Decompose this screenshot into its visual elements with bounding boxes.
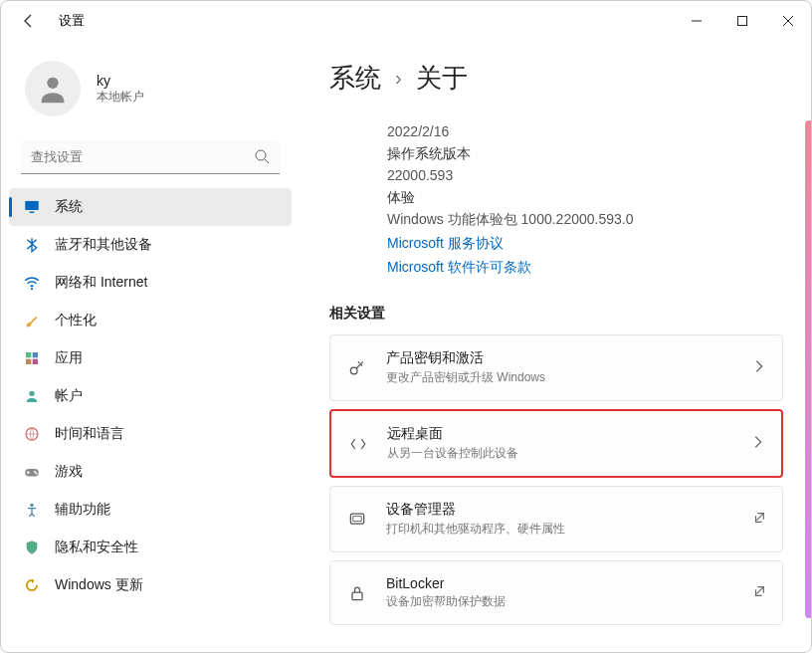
back-button[interactable] — [13, 5, 45, 37]
chevron-right-icon: › — [395, 67, 402, 90]
bluetooth-icon — [23, 236, 41, 254]
user-type: 本地帐户 — [97, 89, 144, 106]
breadcrumb-root[interactable]: 系统 — [329, 61, 381, 96]
svg-point-7 — [31, 288, 33, 290]
svg-point-12 — [29, 391, 34, 396]
nav-label: 蓝牙和其他设备 — [55, 236, 152, 254]
svg-rect-20 — [353, 516, 361, 521]
nav-item-display[interactable]: 系统 — [9, 188, 292, 226]
nav-list: 系统蓝牙和其他设备网络和 Internet个性化应用帐户时间和语言游戏辅助功能隐… — [1, 188, 300, 604]
minimize-button[interactable] — [674, 1, 719, 41]
service-agreement-link[interactable]: Microsoft 服务协议 — [387, 235, 783, 253]
nav-label: 辅助功能 — [55, 501, 110, 519]
card-title: 产品密钥和激活 — [386, 349, 734, 367]
svg-line-4 — [265, 159, 269, 163]
lock-icon — [346, 582, 368, 604]
nav-item-brush[interactable]: 个性化 — [9, 302, 292, 339]
search-input[interactable] — [21, 140, 280, 174]
user-name: ky — [97, 73, 144, 89]
card-subtitle: 从另一台设备控制此设备 — [387, 445, 733, 462]
chevron-right-icon — [751, 435, 765, 453]
svg-rect-5 — [25, 201, 39, 210]
nav-item-game[interactable]: 游戏 — [9, 453, 292, 491]
experience-value: Windows 功能体验包 1000.22000.593.0 — [387, 211, 783, 229]
main-content: 系统 › 关于 2022/2/16 操作系统版本 22000.593 体验 Wi… — [300, 41, 811, 652]
nav-item-access[interactable]: 辅助功能 — [9, 491, 292, 529]
key-icon — [346, 357, 368, 379]
card-subtitle: 打印机和其他驱动程序、硬件属性 — [386, 521, 734, 538]
svg-rect-6 — [30, 212, 35, 214]
card-subtitle: 更改产品密钥或升级 Windows — [386, 369, 734, 386]
card-subtitle: 设备加密帮助保护数据 — [386, 593, 734, 610]
nav-label: 时间和语言 — [55, 425, 124, 443]
related-heading: 相关设置 — [329, 305, 783, 323]
svg-rect-19 — [350, 514, 363, 524]
nav-label: 网络和 Internet — [55, 274, 147, 292]
nav-label: 系统 — [55, 198, 83, 216]
svg-rect-9 — [33, 352, 38, 357]
nav-item-update[interactable]: Windows 更新 — [9, 566, 292, 604]
card-devmgr[interactable]: 设备管理器打印机和其他驱动程序、硬件属性 — [329, 486, 783, 552]
os-version-value: 22000.593 — [387, 167, 783, 183]
card-title: 设备管理器 — [386, 501, 734, 519]
search-box[interactable] — [21, 140, 280, 174]
access-icon — [23, 501, 41, 519]
nav-item-globe[interactable]: 时间和语言 — [9, 415, 292, 453]
svg-point-15 — [34, 471, 36, 473]
svg-point-16 — [35, 472, 37, 474]
wifi-icon — [23, 274, 41, 292]
external-link-icon — [752, 511, 766, 529]
shield-icon — [23, 539, 41, 556]
svg-rect-1 — [738, 17, 747, 26]
display-icon — [23, 198, 41, 216]
nav-item-shield[interactable]: 隐私和安全性 — [9, 529, 292, 566]
apps-icon — [23, 349, 41, 367]
nav-item-apps[interactable]: 应用 — [9, 339, 292, 377]
devmgr-icon — [346, 509, 368, 531]
breadcrumb: 系统 › 关于 — [329, 61, 783, 96]
card-title: 远程桌面 — [387, 425, 733, 443]
nav-label: 个性化 — [55, 312, 97, 329]
brush-icon — [23, 312, 41, 329]
card-remote[interactable]: 远程桌面从另一台设备控制此设备 — [329, 409, 783, 478]
search-icon — [254, 148, 270, 168]
svg-point-18 — [350, 367, 357, 374]
card-title: BitLocker — [386, 575, 734, 591]
related-cards: 产品密钥和激活更改产品密钥或升级 Windows远程桌面从另一台设备控制此设备设… — [329, 334, 783, 625]
decorative-edge — [805, 120, 811, 618]
maximize-button[interactable] — [719, 1, 765, 41]
os-version-label: 操作系统版本 — [387, 145, 783, 163]
profile-block[interactable]: ky 本地帐户 — [1, 41, 300, 140]
nav-item-person[interactable]: 帐户 — [9, 377, 292, 415]
nav-item-wifi[interactable]: 网络和 Internet — [9, 264, 292, 302]
card-lock[interactable]: BitLocker设备加密帮助保护数据 — [329, 560, 783, 625]
remote-icon — [347, 433, 369, 455]
chevron-right-icon — [752, 359, 766, 377]
experience-label: 体验 — [387, 189, 783, 207]
svg-rect-10 — [26, 359, 31, 364]
window-title: 设置 — [59, 12, 85, 30]
close-button[interactable] — [765, 1, 811, 41]
install-date: 2022/2/16 — [387, 123, 783, 139]
spec-block: 2022/2/16 操作系统版本 22000.593 体验 Windows 功能… — [387, 123, 783, 277]
person-icon — [23, 387, 41, 405]
nav-item-bluetooth[interactable]: 蓝牙和其他设备 — [9, 226, 292, 264]
svg-rect-8 — [26, 352, 31, 357]
svg-point-3 — [256, 150, 266, 160]
nav-label: Windows 更新 — [55, 576, 143, 594]
external-link-icon — [752, 584, 766, 602]
game-icon — [23, 463, 41, 481]
legal-links: Microsoft 服务协议 Microsoft 软件许可条款 — [387, 235, 783, 277]
license-terms-link[interactable]: Microsoft 软件许可条款 — [387, 259, 783, 277]
nav-label: 游戏 — [55, 463, 83, 481]
svg-point-17 — [30, 504, 33, 507]
nav-label: 应用 — [55, 349, 83, 367]
update-icon — [23, 576, 41, 594]
svg-rect-21 — [352, 592, 362, 600]
card-key[interactable]: 产品密钥和激活更改产品密钥或升级 Windows — [329, 334, 783, 401]
avatar — [25, 61, 81, 116]
svg-rect-11 — [33, 359, 38, 364]
nav-label: 隐私和安全性 — [55, 539, 138, 556]
titlebar: 设置 — [1, 1, 811, 41]
sidebar: ky 本地帐户 系统蓝牙和其他设备网络和 Internet个性化应用帐户时间和语… — [1, 41, 300, 652]
